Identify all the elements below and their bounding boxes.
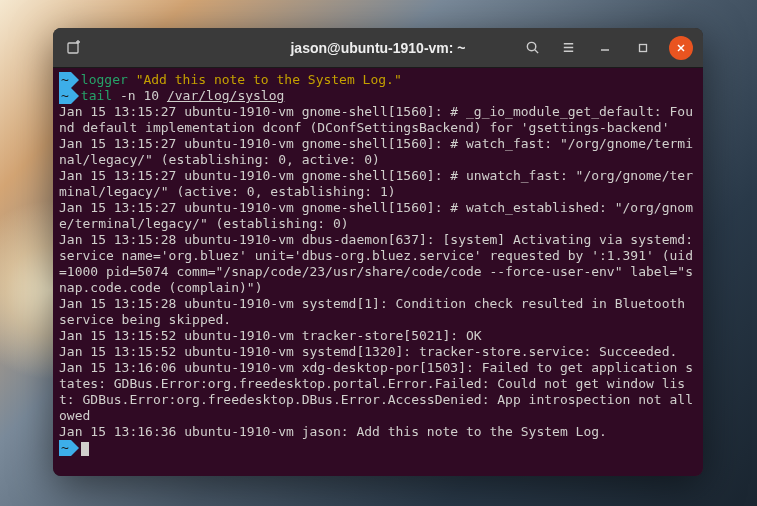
titlebar: jason@ubuntu-1910-vm: ~ bbox=[53, 28, 703, 68]
terminal-content[interactable]: ~logger "Add this note to the System Log… bbox=[53, 68, 703, 476]
prompt-badge: ~ bbox=[59, 88, 71, 104]
cursor bbox=[81, 442, 89, 456]
svg-line-4 bbox=[534, 50, 537, 53]
log-line: Jan 15 13:16:36 ubuntu-1910-vm jason: Ad… bbox=[59, 424, 607, 439]
svg-rect-0 bbox=[68, 43, 78, 53]
log-line: Jan 15 13:15:28 ubuntu-1910-vm systemd[1… bbox=[59, 296, 693, 327]
command-tail-flag: -n 10 bbox=[120, 88, 159, 103]
svg-rect-9 bbox=[640, 44, 647, 51]
terminal-window: jason@ubuntu-1910-vm: ~ ~logger "Add thi… bbox=[53, 28, 703, 476]
close-button[interactable] bbox=[669, 36, 693, 60]
log-line: Jan 15 13:15:27 ubuntu-1910-vm gnome-she… bbox=[59, 168, 693, 199]
new-tab-button[interactable] bbox=[59, 33, 89, 63]
log-line: Jan 15 13:15:27 ubuntu-1910-vm gnome-she… bbox=[59, 200, 693, 231]
log-line: Jan 15 13:15:52 ubuntu-1910-vm systemd[1… bbox=[59, 344, 677, 359]
command-tail: tail bbox=[81, 88, 112, 103]
command-logger-arg: "Add this note to the System Log." bbox=[136, 72, 402, 87]
prompt-badge: ~ bbox=[59, 72, 71, 88]
menu-button[interactable] bbox=[553, 33, 583, 63]
log-line: Jan 15 13:16:06 ubuntu-1910-vm xdg-deskt… bbox=[59, 360, 693, 423]
log-line: Jan 15 13:15:28 ubuntu-1910-vm dbus-daem… bbox=[59, 232, 701, 295]
maximize-button[interactable] bbox=[631, 36, 655, 60]
command-tail-path: /var/log/syslog bbox=[167, 88, 284, 103]
command-logger: logger bbox=[81, 72, 128, 87]
minimize-button[interactable] bbox=[593, 36, 617, 60]
log-line: Jan 15 13:15:27 ubuntu-1910-vm gnome-she… bbox=[59, 104, 693, 135]
svg-point-3 bbox=[527, 42, 535, 50]
log-line: Jan 15 13:15:27 ubuntu-1910-vm gnome-she… bbox=[59, 136, 693, 167]
prompt-badge: ~ bbox=[59, 440, 71, 456]
log-line: Jan 15 13:15:52 ubuntu-1910-vm tracker-s… bbox=[59, 328, 482, 343]
search-button[interactable] bbox=[517, 33, 547, 63]
